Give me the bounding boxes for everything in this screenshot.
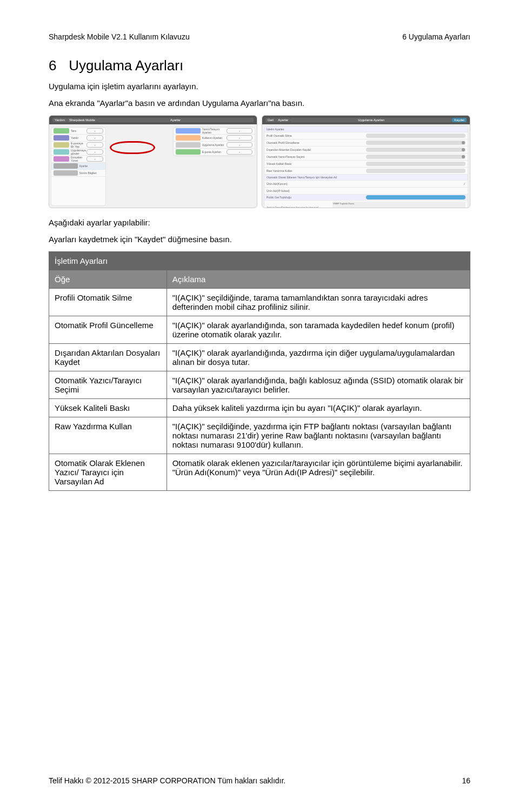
chevron-right-icon: › [86,128,103,134]
chevron-right-icon: › [86,135,103,141]
chevron-right-icon: › [227,142,252,148]
list-item[interactable]: E-postaya Ek Yap› [51,142,105,149]
setting-row[interactable]: Yüksek Kaliteli Baskı [264,161,468,168]
copyright-text: Telif Hakkı © 2012-2015 SHARP CORPORATIO… [49,776,285,785]
textarea-row[interactable]: Topluluk Dizesi/Dizelerini girin (her sa… [264,201,468,208]
section-header: Public Get Topluluğu [267,196,366,199]
screenshot-right: Geri Ayarlar Uygulama Ayarları Kaydet İş… [262,115,470,208]
list-item[interactable]: Sürüm Bilgileri [51,170,105,177]
settings-table: İşletim Ayarları Öğe Açıklama Profili Ot… [49,251,470,491]
intro-line-2: Ana ekranda "Ayarlar"a basın ve ardından… [49,98,470,108]
toggle-switch[interactable] [366,141,465,145]
document-title-right: 6 Uygulama Ayarları [402,32,470,41]
toggle-switch[interactable] [366,169,465,173]
table-header-item: Öğe [49,270,167,289]
table-row: Otomatik Olarak Eklenen Yazıcı/ Tarayıcı… [49,454,470,491]
save-button[interactable]: Kaydet [452,118,467,122]
table-row: Profili Otomatik Silme"I(AÇIK)" seçildiğ… [49,289,470,316]
screenshot-left: Yardım Sharpdesk Mobile Ayarlar Tara› Ya… [49,115,257,208]
list-item[interactable]: Kullanıcı Ayarları› [174,135,255,142]
list-item[interactable]: Uygulama Ayarları› [174,142,255,149]
list-item[interactable]: Uygulamaya gönder› [51,149,105,156]
breadcrumb: Ayarlar [276,118,290,122]
screen-title: Uygulama Ayarları [290,118,452,122]
setting-row[interactable]: Otomatik Profil Güncelleme [264,139,468,147]
screen-title: Ayarlar [97,118,254,122]
section-header: İşletim Ayarları [267,128,465,131]
option-row[interactable]: Ürün Adı(Konum)✓ [264,181,468,188]
highlight-oval [110,141,155,154]
chevron-right-icon: › [86,156,103,162]
chevron-right-icon: › [227,135,252,141]
list-item[interactable]: Dosyaları Yönet› [51,156,105,163]
chevron-right-icon: › [227,149,252,155]
table-row: Otomatik Profil Güncelleme"I(AÇIK)" olar… [49,316,470,344]
list-item[interactable]: E-posta Ayarları› [174,149,255,156]
heading-text: Uygulama Ayarları [69,57,183,74]
page-number: 16 [462,776,470,785]
toggle-switch[interactable] [366,162,465,166]
toggle-switch[interactable] [366,195,465,199]
breadcrumb: Sharpdesk Mobile [67,118,97,122]
option-row[interactable]: Ürün Adı(IP Adresi) [264,188,468,195]
setting-row[interactable]: Dışarıdan Aktarılan Dosyaları Kaydet [264,147,468,154]
document-title-left: Sharpdesk Mobile V2.1 Kullanım Kılavuzu [49,32,190,41]
list-item[interactable]: Yazıcı/Tarayıcı Ayarları› [174,128,255,135]
table-section: İşletim Ayarları [49,252,470,270]
list-item[interactable]: Tara› [51,128,105,135]
toggle-switch[interactable] [366,148,465,152]
table-row: Dışarıdan Aktarılan Dosyaları Kaydet"I(A… [49,344,470,371]
back-button[interactable]: Geri [265,118,276,122]
section-header: Otomatik Olarak Eklenen Yazıcı/Tarayıcı … [267,176,465,179]
screenshot-pair: Yardım Sharpdesk Mobile Ayarlar Tara› Ya… [49,115,470,208]
table-row: Otomatik Yazıcı/Tarayıcı Seçimi"I(AÇIK)"… [49,371,470,399]
setting-row[interactable]: Profil Otomatik Silme [264,132,468,139]
page-heading: 6 Uygulama Ayarları [49,57,470,74]
setting-row[interactable]: Raw Yazdırma Kullan [264,168,468,175]
after-shot-line-1: Aşağıdaki ayarlar yapılabilir: [49,218,470,227]
textarea-input[interactable]: SNMP Topluluk Dizesi [332,202,465,208]
setting-row[interactable]: Otomatik Yazıcı/Tarayıcı Seçimi [264,154,468,161]
table-header-desc: Açıklama [167,270,470,289]
table-row: Yüksek Kaliteli BaskıDaha yüksek kalitel… [49,399,470,417]
after-shot-line-2: Ayarları kaydetmek için "Kaydet" düğmesi… [49,235,470,244]
back-button[interactable]: Yardım [52,118,67,122]
toggle-switch[interactable] [366,155,465,159]
chevron-right-icon: › [86,149,103,155]
chevron-right-icon: › [227,128,252,134]
intro-line-1: Uygulama için işletim ayarlarını ayarlay… [49,82,470,91]
list-item[interactable]: Ayarlar [51,163,105,170]
toggle-switch[interactable] [366,134,465,138]
list-item[interactable]: Yazdır› [51,135,105,142]
heading-number: 6 [49,57,65,74]
checkmark-icon: ✓ [463,182,465,185]
chevron-right-icon: › [86,142,103,148]
table-row: Raw Yazdırma Kullan"I(AÇIK)" seçildiğind… [49,417,470,454]
